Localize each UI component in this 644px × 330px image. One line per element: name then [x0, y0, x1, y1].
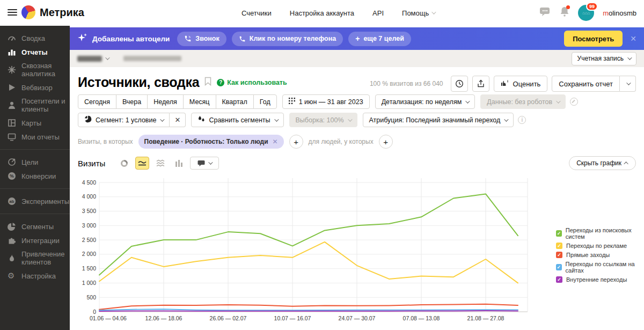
sidebar-item-сквозная-аналитика[interactable]: Сквозная аналитика	[0, 59, 70, 80]
period-tab-2[interactable]: Неделя	[147, 94, 184, 109]
svg-text:01.06 — 04.06: 01.06 — 04.06	[90, 315, 127, 321]
sidebar-item-конверсии[interactable]: %Конверсии	[0, 169, 70, 183]
sidebar-item-эксперименты[interactable]: abЭксперименты	[0, 194, 70, 208]
remove-segment-icon[interactable]: ✕	[273, 138, 278, 145]
legend-checkbox[interactable]: ✓	[556, 230, 562, 237]
period-tab-0[interactable]: Сегодня	[78, 94, 116, 109]
export-button[interactable]	[472, 76, 489, 92]
segment-clear-button[interactable]: ✕	[170, 113, 186, 127]
sidebar-item-вебвизор[interactable]: Вебвизор	[0, 80, 70, 94]
data-mode-button[interactable]: Данные: без роботов	[480, 94, 566, 109]
counter-selector-redacted[interactable]	[77, 56, 102, 62]
annotations-button[interactable]	[190, 157, 219, 170]
sidebar-item-цели[interactable]: Цели	[0, 155, 70, 169]
date-range-button[interactable]: 1 июн — 31 авг 2023	[282, 94, 370, 109]
legend-item-0[interactable]: ✓Переходы из поисковых систем	[556, 227, 644, 240]
svg-text:24.07 — 30.07: 24.07 — 30.07	[339, 315, 376, 321]
save-report-menu-button[interactable]	[620, 76, 636, 92]
attribution-button[interactable]: Атрибуция: Последний значимый переход	[363, 113, 514, 127]
legend-checkbox[interactable]: ✓	[556, 243, 562, 249]
thumbs-icon	[501, 79, 509, 89]
sidebar-group-3: СегментыИнтеграцииПривлечение клиентов⚙Н…	[0, 214, 70, 285]
history-button[interactable]	[451, 76, 468, 92]
visits-chart: 05001 0001 5002 0002 5003 0003 5004 0004…	[78, 174, 532, 326]
period-tab-5[interactable]: Год	[253, 94, 277, 109]
segment-button[interactable]: Сегмент: 1 условие	[78, 113, 170, 127]
banner-close-icon[interactable]: ✕	[630, 34, 636, 43]
period-tab-3[interactable]: Месяц	[183, 94, 216, 109]
top-header: Метрика СчетчикиНастройка аккаунтаAPIПом…	[0, 0, 644, 26]
goal-pill-0[interactable]: Звонок	[177, 32, 226, 46]
legend-item-2[interactable]: ✓Прямые заходы	[556, 252, 644, 258]
add-people-condition-button[interactable]: +	[379, 135, 393, 149]
page-title: Источники, сводка	[78, 75, 199, 90]
notifications-bell-icon[interactable]	[560, 6, 569, 19]
droplets-icon	[197, 115, 205, 124]
goal-pill-1[interactable]: Клик по номеру телефона	[232, 32, 343, 46]
avatar-badge: 99	[586, 2, 598, 11]
donut-chart-icon[interactable]	[117, 157, 131, 170]
columns-chart-icon[interactable]	[172, 157, 186, 170]
save-report-button[interactable]: Сохранить отчет	[552, 76, 620, 92]
chevron-down-icon	[627, 55, 632, 60]
svg-text:26.06 — 02.07: 26.06 — 02.07	[210, 315, 247, 321]
menu-icon[interactable]	[8, 9, 17, 17]
segment-pie-icon	[84, 115, 92, 124]
sidebar-item-привлечение-клиентов[interactable]: Привлечение клиентов	[0, 247, 70, 269]
how-to-use-link[interactable]: ? Как использовать	[217, 79, 287, 86]
calendar-grid-icon	[289, 98, 295, 106]
sidebar-item-карты[interactable]: Карты	[0, 116, 70, 130]
banner-title: Добавлены автоцели	[92, 35, 170, 43]
nav-item-2[interactable]: API	[372, 9, 384, 17]
segment-split-button: Сегмент: 1 условие ✕	[78, 113, 186, 127]
hide-chart-button[interactable]: Скрыть график	[569, 156, 636, 170]
sidebar: СводкаОтчетыСквозная аналитикаВебвизорПо…	[0, 24, 70, 330]
view-autogoals-button[interactable]: Посмотреть	[564, 31, 623, 47]
line-chart-icon[interactable]	[135, 157, 149, 170]
sidebar-group-2: abЭксперименты	[0, 188, 70, 210]
stacked-chart-icon[interactable]	[153, 157, 167, 170]
compare-segments-button[interactable]: Сравнить сегменты	[191, 113, 283, 127]
nav-item-0[interactable]: Счетчики	[241, 9, 272, 17]
metrika-logo[interactable]: Метрика	[21, 5, 84, 19]
username[interactable]: molinosmb	[603, 9, 636, 17]
sidebar-item-сегменты[interactable]: Сегменты	[0, 219, 70, 233]
period-tab-1[interactable]: Вчера	[116, 94, 148, 109]
rate-button[interactable]: Оценить	[494, 76, 548, 92]
metrika-logo-icon	[21, 5, 35, 19]
goal-pill-2[interactable]: +еще 7 целей	[348, 32, 411, 46]
svg-text:1 500: 1 500	[82, 265, 96, 272]
legend-item-1[interactable]: ✓Переходы по рекламе	[556, 243, 644, 249]
behavior-segment-pill[interactable]: Поведение · Роботность: Только люди✕	[138, 135, 284, 149]
svg-text:12.06 — 18.06: 12.06 — 18.06	[145, 315, 182, 321]
sampling-button[interactable]: Выборка: 100%	[289, 113, 357, 127]
chat-icon[interactable]	[539, 6, 551, 19]
legend-item-4[interactable]: ✓Внутренние переходы	[556, 276, 644, 283]
sidebar-item-интеграции[interactable]: Интеграции	[0, 233, 70, 247]
attribution-info-icon[interactable]: i	[518, 116, 526, 124]
legend-checkbox[interactable]: ✓	[556, 264, 562, 270]
person-icon	[8, 101, 16, 109]
sidebar-item-сводка[interactable]: Сводка	[0, 31, 70, 45]
bookmark-icon[interactable]	[204, 77, 211, 88]
legend-checkbox[interactable]: ✓	[556, 252, 562, 258]
avatar[interactable]: ⌂⌂⌂ 99	[578, 5, 594, 21]
account-button[interactable]: Учетная запись	[572, 52, 636, 65]
monitor-icon	[8, 133, 16, 141]
asterisk-icon	[8, 65, 16, 74]
sidebar-item-настройка[interactable]: ⚙Настройка	[0, 269, 70, 283]
ab-circle-icon: ab	[8, 197, 16, 206]
nav-item-3[interactable]: Помощь	[402, 9, 435, 17]
sidebar-item-посетители-и-клиенты[interactable]: Посетители и клиенты	[0, 94, 70, 116]
top-nav: СчетчикиНастройка аккаунтаAPIПомощь	[241, 0, 435, 26]
sidebar-item-мои-отчеты[interactable]: Мои отчеты	[0, 130, 70, 144]
svg-text:2 000: 2 000	[82, 251, 96, 257]
robots-filter-icon[interactable]	[570, 98, 578, 106]
period-tab-4[interactable]: Квартал	[216, 94, 254, 109]
nav-item-1[interactable]: Настройка аккаунта	[290, 9, 354, 17]
legend-checkbox[interactable]: ✓	[556, 276, 562, 283]
detail-button[interactable]: Детализация: по неделям	[375, 94, 475, 109]
add-visit-condition-button[interactable]: +	[289, 135, 303, 149]
legend-item-3[interactable]: ✓Переходы по ссылкам на сайтах	[556, 261, 644, 274]
sidebar-item-отчеты[interactable]: Отчеты	[0, 45, 70, 59]
